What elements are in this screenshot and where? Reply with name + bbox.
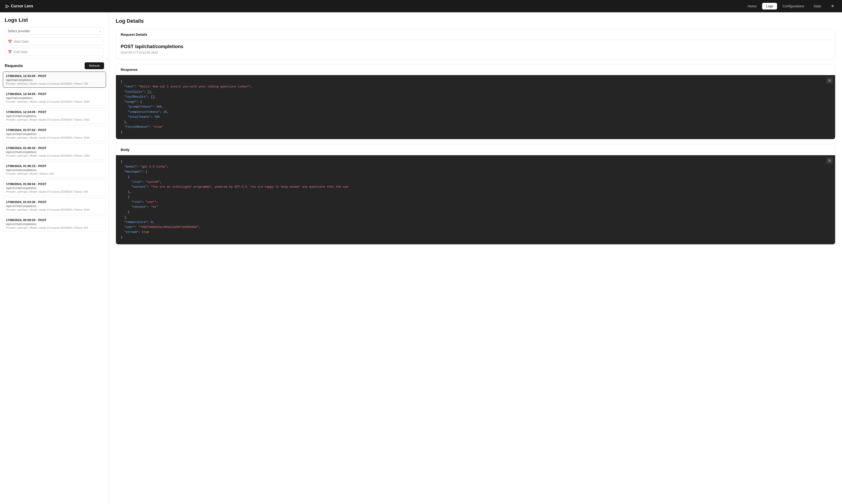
requests-header: Requests Refresh (0, 59, 109, 72)
request-path: /api/v1/chat/completions (6, 186, 103, 190)
request-path: /api/chat/completions (6, 96, 103, 100)
request-datetime: 17/08/2024, 01:03:36 - POST (6, 200, 103, 204)
requests-list: 17/08/2024, 12:53:05 - POST /api/chat/co… (0, 72, 109, 504)
provider-select[interactable]: Select provider (5, 27, 104, 35)
requests-title: Requests (5, 64, 23, 68)
request-meta: Provider: anthropic | Model: claude-3-5-… (6, 82, 103, 85)
nav-configurations[interactable]: Configurations (779, 3, 808, 10)
nav-home[interactable]: Home (744, 3, 760, 10)
app-brand: ▷ Cursor Lens (6, 3, 33, 9)
copy-response-button[interactable]: ⧉ (826, 77, 833, 84)
sidebar-header: Logs List Select provider ⌄ 📅 Start Date… (0, 12, 109, 59)
body-code-wrap: ⧉ { "model": "gpt-3.5-turbo", "messages"… (116, 155, 835, 244)
request-path: /api/v1/chat/completions (6, 204, 103, 208)
request-item[interactable]: 17/08/2024, 01:06:04 - POST /api/v1/chat… (3, 180, 106, 196)
request-datetime: 17/08/2024, 01:06:04 - POST (6, 182, 103, 186)
request-item[interactable]: 17/08/2024, 01:06:32 - POST /api/v1/chat… (3, 144, 106, 160)
sidebar: Logs List Select provider ⌄ 📅 Start Date… (0, 12, 109, 504)
response-code-wrap: ⧉ { "text": "Hello! How can I assist you… (116, 75, 835, 139)
body-label: Body (116, 144, 835, 155)
request-details-card: Request Details POST /api/chat/completio… (116, 29, 835, 59)
request-datetime: 17/08/2024, 01:06:32 - POST (6, 146, 103, 150)
body-code-block: { "model": "gpt-3.5-turbo", "messages": … (116, 155, 835, 244)
calendar-icon-end: 📅 (8, 50, 12, 54)
endpoint-timestamp: 2024-08-17T10:53:05.266Z (121, 51, 830, 54)
app-title: Cursor Lens (11, 4, 33, 8)
request-item[interactable]: 17/08/2024, 01:07:02 - POST /api/v1/chat… (3, 126, 106, 142)
request-meta: Provider: anthropic | Model: claude-3-5-… (6, 154, 103, 157)
request-meta: Provider: anthropic | Model: claude-3-5-… (6, 118, 103, 121)
request-path: /api/v1/chat/completions (6, 168, 103, 172)
sidebar-filters: Select provider ⌄ 📅 Start Date 📅 End Dat… (5, 27, 104, 56)
detail-title: Log Details (116, 18, 835, 24)
endpoint-method: POST /api/chat/completions (121, 44, 830, 49)
request-datetime: 17/08/2024, 01:06:15 - POST (6, 164, 103, 168)
request-path: /api/v1/chat/completions (6, 222, 103, 226)
request-item[interactable]: 17/08/2024, 12:24:05 - POST /api/v1/chat… (3, 108, 106, 124)
endpoint-info: POST /api/chat/completions 2024-08-17T10… (116, 40, 835, 59)
end-date-field[interactable]: 📅 End Date (5, 48, 104, 56)
calendar-icon: 📅 (8, 40, 12, 43)
request-item[interactable]: 17/08/2024, 01:03:36 - POST /api/v1/chat… (3, 198, 106, 214)
request-path: /api/v1/chat/completions (6, 114, 103, 118)
request-item[interactable]: 17/08/2024, 01:06:15 - POST /api/v1/chat… (3, 162, 106, 178)
start-date-field[interactable]: 📅 Start Date (5, 37, 104, 46)
request-meta: Provider: anthropic | Model: claude-3-5-… (6, 208, 103, 211)
copy-body-button[interactable]: ⧉ (826, 158, 833, 164)
end-date-placeholder: End Date (14, 50, 28, 54)
request-datetime: 17/08/2024, 01:07:02 - POST (6, 128, 103, 132)
main-nav: Home Logs Configurations Stats ☀ (744, 3, 836, 10)
start-date-placeholder: Start Date (14, 40, 29, 43)
brand-icon: ▷ (6, 3, 9, 9)
request-datetime: 17/08/2024, 00:59:20 - POST (6, 218, 103, 222)
provider-select-wrap: Select provider ⌄ (5, 27, 104, 35)
request-item[interactable]: 17/08/2024, 12:53:05 - POST /api/chat/co… (3, 72, 106, 88)
request-path: /api/chat/completions (6, 78, 103, 82)
request-meta: Provider: anthropic | Model: claude-3-5-… (6, 190, 103, 193)
request-meta: Provider: anthropic | Model: | Tokens: N… (6, 172, 103, 175)
request-datetime: 17/08/2024, 12:24:05 - POST (6, 110, 103, 114)
body-card: Body ⧉ { "model": "gpt-3.5-turbo", "mess… (116, 144, 835, 245)
request-meta: Provider: anthropic | Model: claude-3-5-… (6, 100, 103, 103)
theme-toggle-button[interactable]: ☀ (829, 3, 836, 10)
nav-logs[interactable]: Logs (762, 3, 777, 10)
response-code-block: { "text": "Hello! How can I assist you w… (116, 75, 835, 139)
refresh-button[interactable]: Refresh (85, 62, 104, 69)
request-meta: Provider: anthropic | Model: claude-3-5-… (6, 136, 103, 139)
response-card: Response ⧉ { "text": "Hello! How can I a… (116, 64, 835, 139)
request-path: /api/v1/chat/completions (6, 150, 103, 154)
request-details-label: Request Details (116, 29, 835, 40)
detail-panel: Log Details Request Details POST /api/ch… (109, 12, 842, 504)
response-label: Response (116, 64, 835, 75)
nav-stats[interactable]: Stats (810, 3, 825, 10)
request-datetime: 17/08/2024, 12:34:05 - POST (6, 92, 103, 96)
request-item[interactable]: 17/08/2024, 00:59:20 - POST /api/v1/chat… (3, 216, 106, 232)
request-item[interactable]: 17/08/2024, 12:34:05 - POST /api/chat/co… (3, 90, 106, 106)
request-meta: Provider: anthropic | Model: claude-3-5-… (6, 226, 103, 229)
logs-list-title: Logs List (5, 17, 104, 23)
request-datetime: 17/08/2024, 12:53:05 - POST (6, 74, 103, 78)
request-path: /api/v1/chat/completions (6, 132, 103, 136)
navbar: ▷ Cursor Lens Home Logs Configurations S… (0, 0, 842, 12)
main-layout: Logs List Select provider ⌄ 📅 Start Date… (0, 12, 842, 504)
